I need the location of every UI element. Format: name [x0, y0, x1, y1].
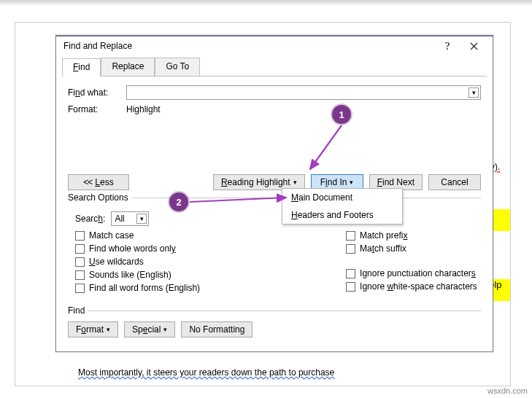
svg-line-1	[190, 198, 286, 202]
callout-badge-1: 1	[332, 105, 351, 124]
callout-badge-2: 2	[169, 192, 188, 211]
svg-line-0	[310, 125, 342, 169]
page-background: media you're lucky). which probably ill …	[0, 0, 532, 398]
callout-arrows	[0, 0, 532, 398]
